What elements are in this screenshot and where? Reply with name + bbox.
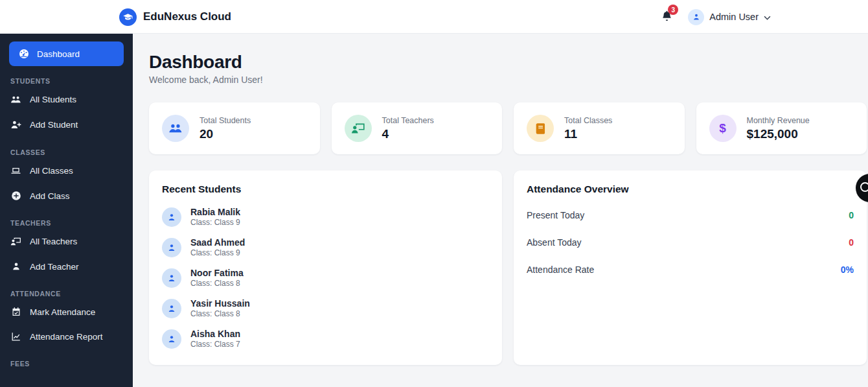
attendance-label: Present Today	[527, 210, 584, 220]
notifications-button[interactable]: 3	[661, 10, 672, 24]
calendar-check-icon	[10, 307, 21, 317]
student-list-item: Saad Ahmed Class: Class 9	[162, 232, 489, 263]
recent-students-panel: Recent Students Rabia Malik Class: Class…	[149, 170, 502, 365]
top-header: EduNexus Cloud 3 Admin User	[0, 0, 868, 34]
sidebar-item-attendance-report[interactable]: Attendance Report	[0, 324, 133, 349]
plus-circle-icon	[10, 191, 21, 201]
sidebar-section-fees: FEES	[10, 360, 122, 368]
attendance-overview-panel: Attendance Overview Present Today 0 Abse…	[514, 170, 867, 365]
attendance-value: 0%	[841, 264, 854, 275]
stat-value: 11	[564, 127, 612, 141]
sidebar-item-label: Mark Attendance	[30, 307, 95, 317]
student-list-item: Yasir Hussain Class: Class 8	[162, 293, 489, 323]
stat-card-monthly-revenue: $ Monthly Revenue $125,000	[696, 102, 867, 154]
sidebar-item-all-teachers[interactable]: All Teachers	[0, 229, 133, 254]
sidebar-item-mark-attendance[interactable]: Mark Attendance	[0, 299, 133, 324]
sidebar-item-label: All Classes	[30, 166, 73, 176]
student-list-item: Aisha Khan Class: Class 7	[162, 323, 489, 354]
stat-value: $125,000	[747, 127, 810, 141]
sidebar-item-all-classes[interactable]: All Classes	[0, 158, 133, 183]
sidebar-item-label: Add Teacher	[30, 262, 79, 272]
student-avatar-icon	[162, 329, 181, 349]
student-class: Class: Class 8	[190, 309, 250, 318]
student-list-item: Rabia Malik Class: Class 9	[162, 202, 489, 232]
sidebar-section-teachers: TEACHERS	[10, 219, 122, 227]
sidebar-item-all-students[interactable]: All Students	[0, 87, 133, 112]
brand: EduNexus Cloud	[119, 0, 231, 34]
people-icon	[10, 94, 21, 105]
sidebar-item-add-student[interactable]: Add Student	[0, 112, 133, 137]
attendance-label: Absent Today	[527, 237, 582, 248]
student-avatar-icon	[162, 268, 181, 288]
sidebar-item-label: Add Class	[30, 191, 70, 201]
teacher-icon	[345, 115, 372, 142]
attendance-value: 0	[849, 237, 854, 248]
person-plus-icon	[10, 119, 21, 130]
attendance-value: 0	[849, 210, 854, 220]
panel-title: Attendance Overview	[527, 183, 854, 195]
student-class: Class: Class 9	[190, 218, 240, 227]
avatar	[688, 9, 704, 25]
attendance-row-absent: Absent Today 0	[527, 229, 854, 256]
sidebar-item-label: Dashboard	[37, 49, 80, 59]
teacher-board-icon	[10, 236, 21, 247]
sidebar-item-label: Attendance Report	[30, 332, 103, 342]
attendance-row-present: Present Today 0	[527, 202, 854, 229]
student-class: Class: Class 7	[190, 340, 240, 349]
student-name: Noor Fatima	[190, 268, 244, 278]
chevron-down-icon	[764, 11, 771, 23]
student-class: Class: Class 9	[190, 248, 245, 257]
sidebar-item-label: All Teachers	[30, 237, 77, 246]
attendance-row-rate: Attendance Rate 0%	[527, 256, 854, 283]
sidebar-item-label: Add Student	[30, 120, 78, 130]
student-list-item: Noor Fatima Class: Class 8	[162, 263, 489, 293]
sidebar-section-students: STUDENTS	[10, 77, 122, 85]
attendance-label: Attendance Rate	[527, 264, 594, 275]
student-name: Saad Ahmed	[190, 237, 245, 248]
user-name: Admin User	[709, 12, 759, 22]
stat-value: 20	[200, 127, 251, 141]
dollar-icon: $	[709, 115, 737, 142]
stat-label: Monthly Revenue	[747, 116, 810, 125]
student-name: Rabia Malik	[190, 207, 240, 217]
page-subtitle: Welcome back, Admin User!	[149, 75, 868, 85]
stat-card-total-teachers: Total Teachers 4	[332, 102, 503, 154]
page-title: Dashboard	[149, 52, 868, 73]
notification-badge: 3	[668, 5, 678, 15]
person-icon	[10, 261, 21, 272]
stat-cards-row: Total Students 20 Total Teachers 4 Total…	[149, 102, 867, 154]
stat-value: 4	[382, 127, 434, 141]
speedometer-icon	[18, 49, 29, 59]
laptop-icon	[10, 165, 21, 176]
sidebar-section-attendance: ATTENDANCE	[10, 290, 122, 298]
student-avatar-icon	[162, 207, 181, 227]
chart-line-icon	[10, 331, 21, 342]
student-class: Class: Class 8	[190, 279, 244, 288]
panel-title: Recent Students	[162, 183, 489, 195]
stat-card-total-classes: Total Classes 11	[514, 102, 685, 154]
brand-name: EduNexus Cloud	[143, 10, 231, 23]
sidebar-item-add-class[interactable]: Add Class	[0, 183, 133, 208]
sidebar-section-classes: CLASSES	[10, 148, 122, 156]
student-avatar-icon	[162, 238, 181, 257]
sidebar-item-dashboard[interactable]: Dashboard	[9, 41, 124, 66]
stat-label: Total Classes	[564, 116, 612, 125]
sidebar-item-label: All Students	[30, 95, 76, 104]
student-name: Aisha Khan	[190, 329, 240, 339]
book-icon	[527, 115, 554, 142]
student-avatar-icon	[162, 299, 181, 318]
people-icon	[162, 115, 189, 142]
sidebar-item-add-teacher[interactable]: Add Teacher	[0, 254, 133, 279]
student-name: Yasir Hussain	[190, 298, 250, 309]
clock-ring-icon	[860, 182, 868, 192]
sidebar: Dashboard STUDENTS All Students Add Stud…	[0, 34, 133, 387]
stat-label: Total Students	[200, 116, 251, 125]
stat-label: Total Teachers	[382, 116, 434, 125]
graduation-cap-logo-icon	[119, 8, 137, 26]
user-menu[interactable]: Admin User	[688, 9, 771, 25]
main-content: Dashboard Welcome back, Admin User! Tota…	[133, 34, 868, 387]
stat-card-total-students: Total Students 20	[149, 102, 320, 154]
